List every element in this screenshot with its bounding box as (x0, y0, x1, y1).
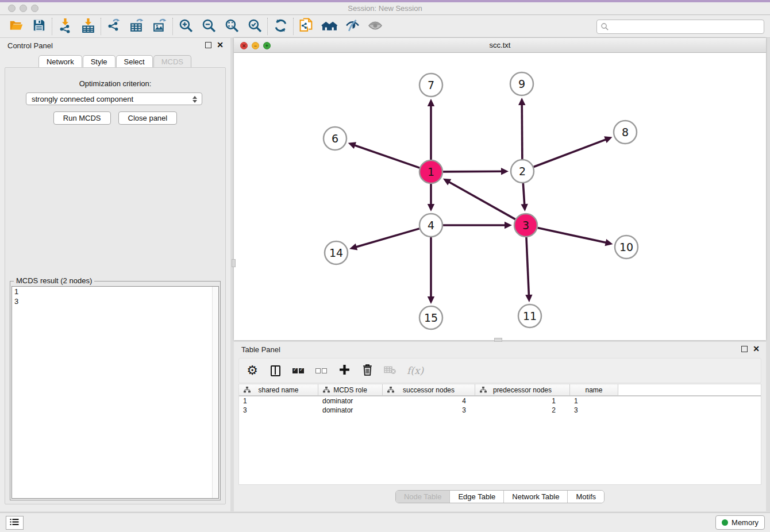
column-header-shared-name[interactable]: shared name (239, 384, 318, 395)
result-line: 3 (12, 296, 218, 306)
column-header-MCDS-role[interactable]: MCDS role (318, 384, 383, 395)
tab-style[interactable]: Style (83, 55, 116, 68)
graph-node-2[interactable]: 2 (511, 160, 534, 183)
export-network-button[interactable] (102, 17, 125, 36)
graph-node-10[interactable]: 10 (615, 236, 638, 259)
graph-node-4[interactable]: 4 (419, 214, 442, 237)
hide-selected-button[interactable] (341, 17, 364, 36)
table-cell: 2 (475, 406, 570, 415)
tab-select[interactable]: Select (116, 55, 153, 68)
zoom-selected-button[interactable] (243, 17, 266, 36)
graph-node-8[interactable]: 8 (614, 121, 637, 144)
show-all-button[interactable] (364, 17, 387, 36)
search-field[interactable] (596, 20, 764, 34)
graph-node-14[interactable]: 14 (325, 241, 348, 264)
graph-node-9[interactable]: 9 (510, 72, 533, 95)
column-header-predecessor-nodes[interactable]: predecessor nodes (475, 384, 570, 395)
zoom-fit-button[interactable] (220, 17, 243, 36)
memory-button[interactable]: Memory (715, 515, 765, 530)
network-canvas[interactable]: 7968124314101511 (234, 53, 766, 340)
graph-edge-2-8[interactable] (534, 139, 607, 167)
split-column-button[interactable] (269, 363, 282, 378)
tab-edge-table[interactable]: Edge Table (450, 491, 504, 503)
close-panel-button[interactable]: Close panel (118, 111, 178, 125)
graph-edge-2-3[interactable] (523, 183, 524, 206)
graph-edge-2-9[interactable] (522, 103, 522, 159)
memory-status-icon (722, 519, 728, 526)
import-network-button[interactable] (53, 17, 76, 36)
graph-node-11[interactable]: 11 (518, 304, 541, 327)
graph-node-7[interactable]: 7 (419, 74, 442, 97)
network-file-button[interactable] (295, 17, 318, 36)
column-header-label: shared name (258, 386, 298, 394)
plus-icon (339, 364, 350, 377)
tab-mcds[interactable]: MCDS (153, 55, 191, 68)
run-mcds-button[interactable]: Run MCDS (53, 111, 111, 125)
export-image-button[interactable] (148, 17, 171, 36)
zoom-out-icon (201, 18, 217, 36)
search-icon (600, 22, 609, 31)
add-column-button[interactable] (338, 363, 351, 378)
close-panel-icon[interactable]: ✕ (217, 41, 224, 49)
tab-network[interactable]: Network (38, 55, 82, 68)
function-builder-button[interactable]: f(x) (407, 363, 424, 378)
table-row[interactable]: 1dominator411 (239, 396, 761, 406)
control-panel-title: Control Panel (7, 41, 53, 50)
graph-edge-3-10[interactable] (538, 228, 607, 242)
export-table-button[interactable] (125, 17, 148, 36)
graph-edge-1-2[interactable] (443, 171, 503, 172)
graph-edge-3-11[interactable] (526, 237, 529, 296)
result-scrollbar[interactable] (212, 287, 218, 498)
graph-edge-4-14[interactable] (355, 229, 419, 248)
mcds-result-groupbox: MCDS result (2 nodes) 13 (10, 281, 221, 500)
svg-text:6: 6 (332, 132, 338, 145)
column-header-name[interactable]: name (570, 384, 618, 395)
delete-column-button[interactable] (361, 363, 374, 378)
mcds-result-area[interactable]: 13 (11, 286, 219, 499)
close-table-panel-icon[interactable]: ✕ (753, 345, 760, 353)
home-button[interactable] (318, 17, 341, 36)
zoom-out-button[interactable] (197, 17, 220, 36)
table-toolbar: ⚙ f(x) (238, 358, 761, 383)
table-settings-button[interactable]: ⚙ (246, 363, 259, 378)
deselect-all-columns-button[interactable] (315, 363, 328, 378)
svg-text:3: 3 (522, 219, 529, 232)
graph-edge-arrowhead (521, 204, 528, 211)
import-network-icon (57, 18, 73, 36)
save-session-button[interactable] (28, 17, 51, 36)
graph-node-1[interactable]: 1 (419, 160, 442, 183)
status-bar: Memory (0, 512, 770, 532)
zoom-in-button[interactable] (174, 17, 197, 36)
result-line: 1 (12, 287, 218, 296)
table-cell: 4 (383, 396, 475, 406)
graph-edge-3-1[interactable] (448, 182, 515, 219)
float-panel-icon[interactable] (205, 42, 211, 48)
select-all-columns-button[interactable] (292, 363, 305, 378)
task-history-button[interactable] (6, 516, 24, 530)
tab-motifs[interactable]: Motifs (568, 491, 604, 503)
table-cell: 3 (383, 406, 475, 415)
tab-network-table[interactable]: Network Table (504, 491, 568, 503)
delete-table-button[interactable] (384, 363, 396, 378)
column-header-successor-nodes[interactable]: successor nodes (383, 384, 475, 395)
graph-edge-1-6[interactable] (353, 145, 419, 168)
horizontal-splitter-grip[interactable] (232, 259, 236, 267)
graph-node-3[interactable]: 3 (514, 214, 537, 237)
select-stepper-icon (191, 95, 198, 104)
graph-node-15[interactable]: 15 (419, 306, 442, 329)
import-table-button[interactable] (76, 17, 99, 36)
open-session-button[interactable] (5, 17, 28, 36)
float-table-panel-icon[interactable] (741, 346, 748, 352)
graph-edge-arrowhead (605, 239, 613, 246)
zoom-fit-icon (224, 18, 240, 36)
network-graph[interactable]: 7968124314101511 (234, 53, 766, 340)
toolbar-separator (172, 18, 173, 35)
search-input[interactable] (609, 23, 764, 31)
vertical-splitter-grip[interactable] (494, 338, 502, 342)
apply-layout-button[interactable] (269, 17, 292, 36)
graph-node-6[interactable]: 6 (324, 127, 346, 150)
criterion-select[interactable]: strongly connected component (26, 92, 202, 105)
tab-node-table[interactable]: Node Table (396, 491, 451, 503)
workspace: Control Panel ✕ NetworkStyleSelectMCDS O… (0, 38, 770, 512)
table-row[interactable]: 3dominator323 (239, 406, 761, 415)
